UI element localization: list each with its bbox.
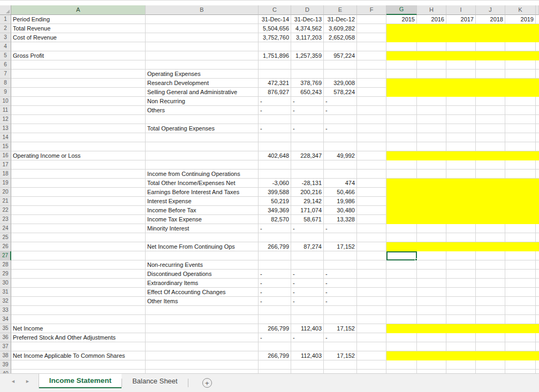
cell-G28[interactable] <box>386 260 417 270</box>
cell-J34[interactable] <box>476 315 505 324</box>
cell-H2[interactable] <box>417 24 446 33</box>
cell-H24[interactable] <box>417 224 446 233</box>
row-header-32[interactable]: 32 <box>0 297 11 306</box>
cell-E16[interactable]: 49,992 <box>324 151 357 160</box>
cell-A2[interactable]: Total Revenue <box>11 24 146 33</box>
cell-L4[interactable] <box>536 42 539 51</box>
cell-B24[interactable]: Minority Interest <box>146 224 259 233</box>
cell-J4[interactable] <box>476 42 505 51</box>
cell-G38[interactable] <box>386 351 417 360</box>
cell-J33[interactable] <box>476 306 505 315</box>
cell-G40[interactable] <box>386 370 417 373</box>
cell-K14[interactable] <box>505 133 536 142</box>
cell-D31[interactable]: - <box>291 288 324 297</box>
cell-C25[interactable] <box>259 233 291 242</box>
cell-B13[interactable]: Total Operating Expenses <box>146 124 259 133</box>
cell-H29[interactable] <box>417 270 446 279</box>
cell-I27[interactable] <box>446 251 476 260</box>
cell-L7[interactable] <box>536 70 539 79</box>
cell-G30[interactable] <box>386 279 417 288</box>
cell-H6[interactable] <box>417 60 446 70</box>
col-header-L[interactable] <box>536 5 539 15</box>
cell-F39[interactable] <box>357 360 386 370</box>
cell-F35[interactable] <box>357 324 386 333</box>
fill-handle[interactable] <box>415 258 417 261</box>
cell-K20[interactable] <box>505 188 536 197</box>
tab-scroll-left-icon[interactable]: ◄ <box>11 379 16 384</box>
row-header-18[interactable]: 18 <box>0 170 11 179</box>
cell-C28[interactable] <box>259 260 291 270</box>
cell-I35[interactable] <box>446 324 476 333</box>
cell-F4[interactable] <box>357 42 386 51</box>
cell-E19[interactable]: 474 <box>324 179 357 188</box>
row-header-9[interactable]: 9 <box>0 88 11 97</box>
cell-H15[interactable] <box>417 142 446 151</box>
cell-L14[interactable] <box>536 133 539 142</box>
cell-J7[interactable] <box>476 70 505 79</box>
cell-A28[interactable] <box>11 260 146 270</box>
cell-H28[interactable] <box>417 260 446 270</box>
cell-E25[interactable] <box>324 233 357 242</box>
cell-I37[interactable] <box>446 342 476 351</box>
cell-K36[interactable] <box>505 333 536 342</box>
cell-B10[interactable]: Non Recurring <box>146 97 259 106</box>
cell-H23[interactable] <box>417 215 446 224</box>
cell-F23[interactable] <box>357 215 386 224</box>
cell-D25[interactable] <box>291 233 324 242</box>
cell-J12[interactable] <box>476 115 505 124</box>
cell-C27[interactable] <box>259 251 291 260</box>
row-header-3[interactable]: 3 <box>0 33 11 42</box>
row-header-26[interactable]: 26 <box>0 242 11 251</box>
cell-J13[interactable] <box>476 124 505 133</box>
col-header-C[interactable]: C <box>259 5 291 15</box>
cell-K8[interactable] <box>505 79 536 88</box>
cell-A18[interactable] <box>11 170 146 179</box>
cell-L5[interactable] <box>536 51 539 60</box>
cell-K26[interactable] <box>505 242 536 251</box>
cell-L2[interactable] <box>536 24 539 33</box>
cell-K1[interactable]: 2019 <box>505 15 536 24</box>
cell-L37[interactable] <box>536 342 539 351</box>
cell-L38[interactable] <box>536 351 539 360</box>
cell-C2[interactable]: 5,504,656 <box>259 24 291 33</box>
cell-B8[interactable]: Research Development <box>146 79 259 88</box>
cell-I33[interactable] <box>446 306 476 315</box>
cell-I20[interactable] <box>446 188 476 197</box>
cell-C16[interactable]: 402,648 <box>259 151 291 160</box>
cell-F18[interactable] <box>357 170 386 179</box>
cell-G39[interactable] <box>386 360 417 370</box>
cell-H5[interactable] <box>417 51 446 60</box>
cell-D24[interactable]: - <box>291 224 324 233</box>
cell-L6[interactable] <box>536 60 539 70</box>
cell-C1[interactable]: 31-Dec-14 <box>259 15 291 24</box>
cell-I24[interactable] <box>446 224 476 233</box>
cell-L18[interactable] <box>536 170 539 179</box>
cell-J29[interactable] <box>476 270 505 279</box>
cell-A9[interactable] <box>11 88 146 97</box>
cell-E26[interactable]: 17,152 <box>324 242 357 251</box>
cell-H40[interactable] <box>417 370 446 373</box>
cell-L31[interactable] <box>536 288 539 297</box>
cell-G35[interactable] <box>386 324 417 333</box>
cell-F37[interactable] <box>357 342 386 351</box>
cell-C4[interactable] <box>259 42 291 51</box>
cell-H16[interactable] <box>417 151 446 160</box>
cell-A26[interactable] <box>11 242 146 251</box>
cell-C34[interactable] <box>259 315 291 324</box>
cell-G36[interactable] <box>386 333 417 342</box>
cell-H39[interactable] <box>417 360 446 370</box>
cell-E18[interactable] <box>324 170 357 179</box>
cell-B40[interactable] <box>146 370 259 373</box>
cell-J28[interactable] <box>476 260 505 270</box>
cell-K38[interactable] <box>505 351 536 360</box>
cell-E10[interactable]: - <box>324 97 357 106</box>
cell-I30[interactable] <box>446 279 476 288</box>
cell-I8[interactable] <box>446 79 476 88</box>
cell-B20[interactable]: Earnings Before Interest And Taxes <box>146 188 259 197</box>
cell-C29[interactable]: - <box>259 270 291 279</box>
cell-G33[interactable] <box>386 306 417 315</box>
cell-D8[interactable]: 378,769 <box>291 79 324 88</box>
cell-C40[interactable] <box>259 370 291 373</box>
cell-I9[interactable] <box>446 88 476 97</box>
cell-K27[interactable] <box>505 251 536 260</box>
